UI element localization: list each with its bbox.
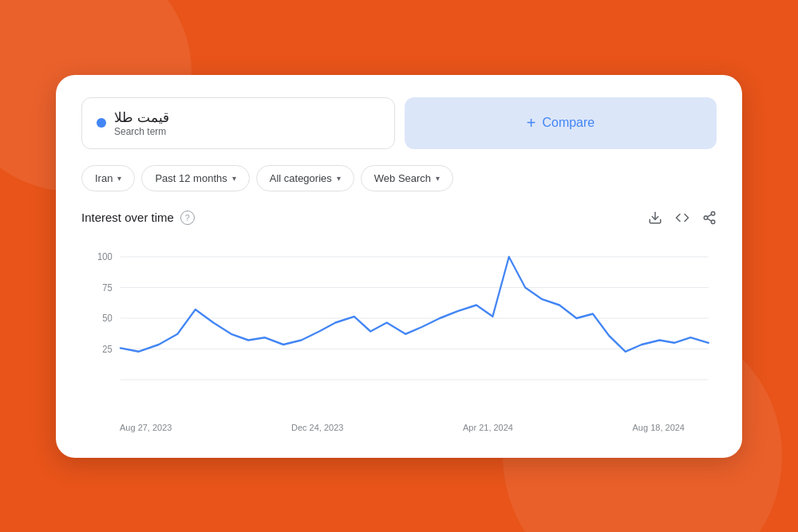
chart-title: Interest over time	[81, 211, 174, 224]
x-labels: Aug 27, 2023 Dec 24, 2023 Apr 21, 2024 A…	[81, 418, 717, 432]
filter-search-type-label: Web Search	[374, 172, 431, 184]
x-label-1: Aug 27, 2023	[120, 423, 172, 432]
help-icon[interactable]: ?	[180, 211, 195, 225]
filter-region-label: Iran	[95, 172, 113, 184]
compare-plus-icon: +	[527, 114, 536, 132]
filter-time-label: Past 12 months	[155, 172, 227, 184]
search-row: قیمت طلا Search term + Compare	[81, 97, 717, 149]
search-term-content: قیمت طلا Search term	[114, 109, 169, 137]
main-card: قیمت طلا Search term + Compare Iran ▾ Pa…	[56, 75, 742, 458]
svg-text:100: 100	[97, 250, 113, 261]
search-term-label: Search term	[114, 126, 169, 137]
download-button[interactable]	[648, 211, 662, 225]
svg-text:25: 25	[102, 343, 112, 353]
chart-title-group: Interest over time ?	[81, 211, 195, 225]
filter-region[interactable]: Iran ▾	[81, 165, 135, 191]
chart-header: Interest over time ?	[81, 211, 717, 225]
chevron-down-icon: ▾	[436, 174, 440, 183]
filter-row: Iran ▾ Past 12 months ▾ All categories ▾…	[81, 165, 717, 191]
x-label-2: Dec 24, 2023	[291, 423, 343, 432]
filter-category-label: All categories	[270, 172, 332, 184]
filter-search-type[interactable]: Web Search ▾	[361, 165, 453, 191]
compare-label: Compare	[542, 116, 595, 130]
compare-box[interactable]: + Compare	[405, 97, 717, 149]
chevron-down-icon: ▾	[117, 174, 121, 183]
share-button[interactable]	[702, 211, 717, 225]
chart-actions	[648, 211, 717, 225]
svg-text:50: 50	[102, 312, 113, 322]
line-chart: 100 75 50 25	[81, 239, 717, 415]
trend-line	[120, 257, 709, 352]
x-label-4: Aug 18, 2024	[633, 423, 685, 432]
chart-section: Interest over time ?	[81, 211, 717, 432]
chevron-down-icon: ▾	[232, 174, 236, 183]
x-label-3: Apr 21, 2024	[463, 423, 513, 432]
chart-container: 100 75 50 25 Aug 27, 2023 Dec 24, 2023 A…	[81, 239, 717, 432]
svg-line-4	[707, 219, 711, 221]
chevron-down-icon: ▾	[337, 174, 341, 183]
svg-line-5	[707, 214, 711, 216]
search-term-text: قیمت طلا	[114, 109, 169, 126]
filter-category[interactable]: All categories ▾	[256, 165, 354, 191]
embed-button[interactable]	[675, 211, 689, 225]
svg-text:75: 75	[102, 282, 112, 292]
search-term-box: قیمت طلا Search term	[81, 97, 395, 149]
filter-time[interactable]: Past 12 months ▾	[141, 165, 249, 191]
term-dot	[97, 118, 106, 128]
